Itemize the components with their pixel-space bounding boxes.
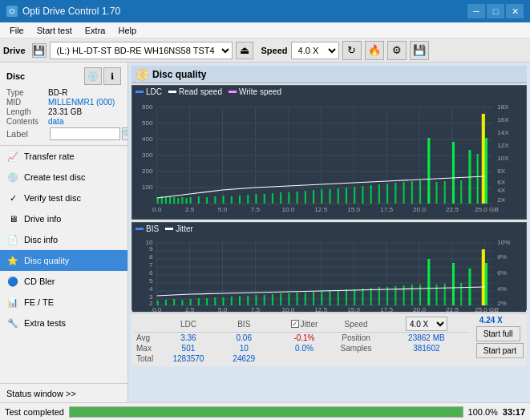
svg-rect-167 [403, 285, 405, 305]
svg-rect-71 [338, 188, 339, 204]
svg-rect-50 [177, 198, 179, 204]
chart2-legend: BIS Jitter [132, 223, 526, 235]
verify-test-disc-icon: ✓ [6, 192, 19, 204]
drive-label: Drive [3, 46, 26, 55]
svg-text:0.0: 0.0 [152, 206, 162, 213]
svg-text:9: 9 [149, 245, 153, 252]
svg-rect-52 [185, 198, 187, 204]
save-button[interactable]: 💾 [410, 41, 429, 60]
refresh-button[interactable]: ↻ [342, 41, 362, 60]
svg-rect-47 [165, 197, 167, 204]
disc-label-row: Label 🔍 [6, 127, 121, 140]
sidebar-item-disc-info[interactable]: 📄 Disc info [0, 229, 127, 250]
menu-file[interactable]: File [3, 24, 30, 37]
speed-select-stats[interactable]: 4.0 X [406, 317, 447, 331]
sidebar-item-extra-tests[interactable]: 🔧 Extra tests [0, 313, 127, 333]
titlebar-buttons: ─ □ ✕ [467, 4, 524, 18]
maximize-button[interactable]: □ [487, 4, 504, 18]
menu-start-test[interactable]: Start test [30, 24, 79, 37]
svg-rect-72 [346, 188, 347, 204]
menu-help[interactable]: Help [111, 24, 143, 37]
svg-rect-59 [239, 196, 241, 204]
svg-text:7: 7 [149, 261, 153, 269]
status-window-button[interactable]: Status window >> [0, 383, 127, 402]
sidebar-item-label-drive-info: Drive info [24, 214, 61, 224]
disc-label-search-button[interactable]: 🔍 [122, 127, 128, 140]
disc-info-button[interactable]: ℹ [103, 67, 121, 85]
stats-max-bis: 10 [220, 343, 269, 353]
titlebar-left: O Opti Drive Control 1.70 [6, 6, 120, 17]
minimize-button[interactable]: ─ [467, 4, 485, 18]
svg-rect-153 [288, 293, 289, 305]
legend-ldc: LDC [136, 87, 162, 96]
svg-text:600: 600 [142, 103, 153, 111]
disc-length-value: 23.31 GB [48, 107, 82, 116]
sidebar-item-create-test-disc[interactable]: 💿 Create test disc [0, 167, 127, 188]
sidebar-item-drive-info[interactable]: 🖥 Drive info [0, 208, 127, 229]
svg-rect-63 [272, 193, 273, 204]
burn-button[interactable]: 🔥 [365, 41, 384, 60]
svg-rect-141 [190, 299, 192, 305]
svg-rect-174 [460, 283, 462, 305]
svg-rect-86 [460, 180, 462, 204]
disc-label-input[interactable] [50, 127, 120, 140]
sidebar-item-transfer-rate[interactable]: 📈 Transfer rate [0, 146, 127, 167]
app-title: Opti Drive Control 1.70 [22, 6, 120, 17]
stats-total-ldc: 1283570 [157, 353, 220, 364]
legend-write-speed: Write speed [229, 87, 281, 96]
sidebar-item-label-cd-bler: CD Bler [24, 277, 55, 286]
sidebar-item-label-transfer-rate: Transfer rate [24, 151, 75, 161]
svg-rect-151 [272, 294, 273, 305]
disc-mid-label: MID [6, 98, 48, 107]
sidebar-item-label-create-test-disc: Create test disc [24, 172, 85, 182]
start-part-button[interactable]: Start part [476, 343, 524, 358]
close-button[interactable]: ✕ [506, 4, 524, 18]
titlebar: O Opti Drive Control 1.70 ─ □ ✕ [0, 0, 530, 22]
sidebar-item-disc-quality[interactable]: ⭐ Disc quality [0, 250, 127, 271]
svg-rect-168 [411, 285, 413, 305]
sidebar-item-verify-test-disc[interactable]: ✓ Verify test disc [0, 188, 127, 208]
stats-max-ldc: 501 [157, 343, 220, 353]
svg-text:12.5: 12.5 [314, 306, 327, 312]
svg-text:7.5: 7.5 [251, 206, 261, 213]
eject-button[interactable]: ⏏ [236, 42, 253, 59]
disc-contents-label: Contents [6, 117, 48, 126]
svg-rect-70 [330, 189, 331, 204]
svg-rect-144 [214, 297, 216, 305]
speed-select[interactable]: 4.0 X [291, 42, 339, 59]
sidebar-item-fe-te[interactable]: 📊 FE / TE [0, 292, 127, 313]
drive-select[interactable]: (L:) HL-DT-ST BD-RE WH16NS58 TST4 [50, 42, 233, 59]
stats-avg-label: Avg [135, 333, 157, 344]
disc-mid-row: MID MILLENMR1 (000) [6, 98, 121, 107]
svg-text:5.0: 5.0 [218, 206, 228, 213]
svg-text:300: 300 [142, 151, 153, 159]
stats-header-blank [135, 316, 157, 333]
svg-text:14X: 14X [497, 129, 509, 136]
stats-header-bis: BIS [220, 316, 269, 333]
svg-rect-146 [231, 297, 233, 305]
settings-button[interactable]: ⚙ [387, 41, 407, 60]
menu-extra[interactable]: Extra [79, 24, 112, 37]
legend-bis-label: BIS [146, 224, 159, 233]
disc-contents-value: data [48, 117, 63, 126]
stats-header-ldc: LDC [157, 316, 220, 333]
svg-text:200: 200 [142, 168, 153, 175]
disc-image-button[interactable]: 💿 [84, 67, 102, 85]
svg-text:0.0: 0.0 [152, 306, 162, 312]
svg-rect-169 [419, 285, 421, 305]
stats-header-spacer [269, 316, 281, 333]
svg-text:20.0: 20.0 [413, 306, 426, 312]
disc-type-value: BD-R [48, 88, 67, 97]
disc-quality-icon: ⭐ [6, 254, 19, 267]
sidebar-item-cd-bler[interactable]: 🔵 CD Bler [0, 271, 127, 292]
svg-rect-64 [280, 192, 281, 204]
svg-rect-170 [427, 259, 430, 305]
svg-rect-57 [223, 196, 225, 204]
svg-text:2.5: 2.5 [185, 306, 195, 312]
start-full-button[interactable]: Start full [476, 326, 520, 341]
svg-rect-53 [190, 197, 192, 204]
svg-text:16X: 16X [497, 116, 509, 123]
cd-bler-icon: 🔵 [6, 275, 19, 288]
jitter-checkbox[interactable]: ✓ [291, 320, 299, 328]
svg-rect-49 [173, 197, 175, 204]
